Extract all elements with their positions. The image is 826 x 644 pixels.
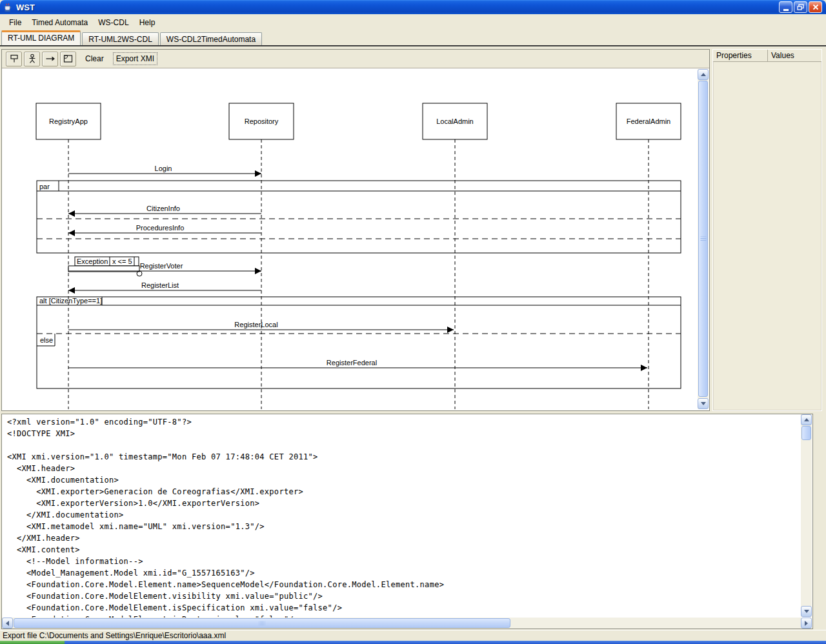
lifeline-RegistryApp[interactable]: RegistryApp — [36, 103, 101, 409]
message-CitizenInfo[interactable]: CitizenInfo — [68, 205, 261, 217]
properties-table-header: Properties Values — [713, 50, 821, 62]
xml-scroll-right-button[interactable] — [801, 618, 812, 629]
fragment-tool-button[interactable] — [60, 52, 76, 66]
svg-text:RegisterList: RegisterList — [141, 281, 179, 289]
diagram-vertical-scrollbar[interactable] — [698, 69, 709, 409]
arrow-down-icon — [804, 610, 809, 616]
lifeline-Repository[interactable]: Repository — [229, 103, 294, 409]
xml-text[interactable]: <?xml version="1.0" encoding="UTF-8"?> <… — [7, 416, 798, 618]
actor-icon — [27, 54, 37, 64]
properties-panel: Properties Values — [712, 49, 822, 411]
lifeline-tool-button[interactable] — [6, 52, 22, 66]
properties-table-body — [713, 62, 821, 410]
close-button[interactable] — [809, 1, 822, 13]
lifeline-LocalAdmin[interactable]: LocalAdmin — [423, 103, 487, 409]
sequence-diagram-canvas[interactable]: RegistryAppRepositoryLocalAdminFederalAd… — [2, 68, 697, 410]
tab-ws-cdl2timedautomata[interactable]: WS-CDL2TimedAutomata — [160, 32, 262, 45]
message-arrow-icon — [45, 54, 55, 64]
message-Login[interactable]: Login — [68, 165, 261, 177]
thumb-grip — [259, 621, 265, 625]
xml-horizontal-scrollbar[interactable] — [2, 618, 812, 629]
svg-text:Login: Login — [155, 165, 172, 172]
xml-scroll-left-button[interactable] — [2, 618, 13, 629]
sequence-diagram: RegistryAppRepositoryLocalAdminFederalAd… — [2, 68, 697, 410]
svg-text:alt [CitizenType==1]: alt [CitizenType==1] — [39, 297, 102, 305]
menu-bar: File Timed Automata WS-CDL Help — [0, 14, 826, 30]
svg-text:CitizenInfo: CitizenInfo — [146, 205, 180, 212]
clear-button[interactable]: Clear — [82, 52, 107, 65]
arrow-up-icon — [701, 70, 706, 76]
diagram-scroll-down-button[interactable] — [698, 398, 709, 409]
svg-text:RegisterLocal: RegisterLocal — [234, 321, 277, 328]
export-xmi-button[interactable]: Export XMI — [113, 52, 157, 65]
tab-rt-uml2ws-cdl[interactable]: RT-UML2WS-CDL — [82, 32, 158, 45]
combined-fragment-0[interactable]: par — [37, 181, 681, 253]
svg-text:else: else — [40, 336, 53, 344]
fragment-icon — [63, 54, 74, 64]
svg-text:par: par — [39, 183, 50, 190]
menu-ws-cdl[interactable]: WS-CDL — [93, 16, 134, 29]
close-icon — [812, 4, 819, 10]
svg-text:RegistryApp: RegistryApp — [49, 117, 88, 125]
values-column-header[interactable]: Values — [768, 50, 821, 62]
xml-output-panel: <?xml version="1.0" encoding="UTF-8"?> <… — [1, 414, 813, 629]
svg-text:LocalAdmin: LocalAdmin — [436, 117, 473, 125]
xml-scroll-down-button[interactable] — [801, 606, 812, 617]
xml-scroll-up-button[interactable] — [801, 414, 812, 425]
lifeline-FederalAdmin[interactable]: FederalAdmin — [616, 103, 681, 409]
svg-text:FederalAdmin: FederalAdmin — [627, 117, 670, 125]
menu-file[interactable]: File — [4, 16, 26, 29]
svg-text:Exception: Exception — [77, 257, 108, 265]
svg-text:Repository: Repository — [245, 117, 279, 125]
taskbar-edge — [0, 641, 826, 644]
message-RegisterFederal[interactable]: RegisterFederal — [68, 359, 647, 371]
tab-panel-border — [0, 45, 826, 46]
window-title: WST — [16, 3, 35, 12]
wst-application-window: { "window": { "title": "WST", "icon": "j… — [0, 0, 826, 644]
xml-vertical-scrollbar[interactable] — [801, 414, 812, 617]
diagram-toolbar: Clear Export XMI — [2, 50, 709, 68]
svg-text:RegisterFederal: RegisterFederal — [327, 359, 377, 367]
diagram-scroll-thumb[interactable] — [698, 81, 708, 397]
message-ProceduresInfo[interactable]: ProceduresInfo — [68, 224, 261, 236]
status-bar: Export file C:\Documents and Settings\En… — [0, 630, 826, 641]
tab-bar: RT-UML DIAGRAM RT-UML2WS-CDL WS-CDL2Time… — [0, 30, 826, 45]
xml-hscroll-thumb[interactable] — [14, 618, 510, 628]
restore-icon — [797, 4, 804, 10]
arrow-left-icon — [3, 621, 9, 626]
minimize-icon — [783, 9, 789, 11]
xml-vscroll-thumb[interactable] — [801, 426, 811, 440]
diagram-scroll-up-button[interactable] — [698, 69, 709, 80]
message-RegisterList[interactable]: RegisterList — [68, 281, 261, 294]
tab-rt-uml-diagram[interactable]: RT-UML DIAGRAM — [1, 30, 81, 45]
start-button-edge — [0, 641, 65, 644]
menu-timed-automata[interactable]: Timed Automata — [26, 16, 93, 29]
arrow-up-icon — [804, 416, 809, 421]
timing-constraint[interactable]: Exceptionx <= 5 — [68, 257, 139, 272]
taskbar-blue-edge — [65, 641, 826, 644]
title-bar: WST — [0, 0, 826, 14]
combined-fragment-1[interactable]: alt [CitizenType==1]else — [37, 297, 681, 388]
actor-tool-button[interactable] — [24, 52, 40, 66]
arrow-right-icon — [805, 621, 811, 626]
status-text: Export file C:\Documents and Settings\En… — [3, 631, 226, 640]
message-tool-button[interactable] — [42, 52, 58, 66]
svg-text:RegisterVoter: RegisterVoter — [140, 262, 183, 270]
svg-text:x <= 5: x <= 5 — [112, 257, 132, 265]
restore-button[interactable] — [794, 1, 807, 13]
arrow-down-icon — [701, 402, 706, 408]
thumb-grip — [700, 237, 706, 241]
minimize-button[interactable] — [779, 1, 792, 13]
java-cup-icon — [3, 3, 13, 12]
svg-text:ProceduresInfo: ProceduresInfo — [136, 224, 185, 232]
menu-help[interactable]: Help — [134, 16, 161, 29]
lifeline-icon — [9, 54, 19, 64]
properties-column-header[interactable]: Properties — [713, 50, 768, 62]
